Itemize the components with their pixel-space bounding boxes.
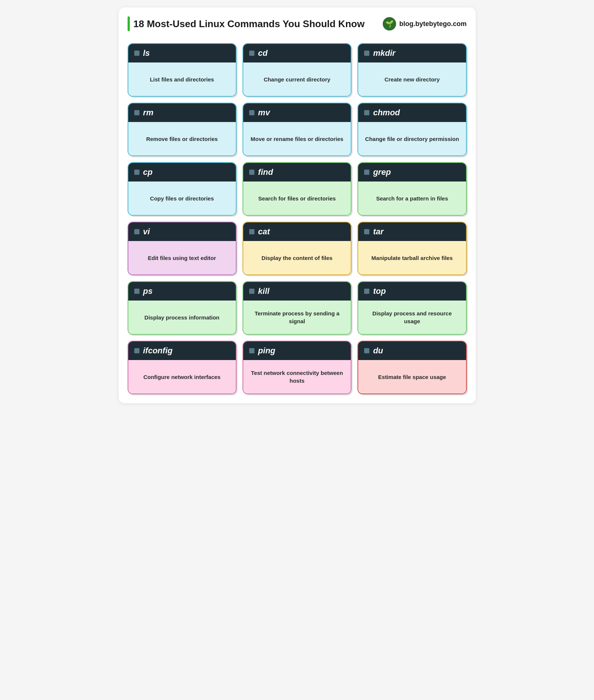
command-description: Move or rename files or directories <box>251 135 343 143</box>
terminal-icon <box>364 348 369 353</box>
command-label: ps <box>143 286 153 296</box>
command-label: kill <box>258 286 270 296</box>
card-body-ifconfig: Configure network interfaces <box>128 360 236 394</box>
command-label: mkdir <box>373 48 395 58</box>
card-header-tar: tar <box>358 222 466 241</box>
command-label: chmod <box>373 108 400 118</box>
command-description: Display process and resource usage <box>364 309 460 325</box>
command-description: Search for a pattern in files <box>376 195 448 202</box>
terminal-icon <box>364 170 369 175</box>
command-card-cd: cd Change current directory <box>243 43 351 97</box>
command-description: Terminate process by sending a signal <box>249 309 345 325</box>
card-body-find: Search for files or directories <box>243 182 351 215</box>
command-label: tar <box>373 227 383 237</box>
command-card-chmod: chmod Change file or directory permissio… <box>357 103 466 156</box>
terminal-icon <box>134 348 139 353</box>
command-description: Edit files using text editor <box>148 254 216 262</box>
card-body-ping: Test network connectivity between hosts <box>243 360 351 394</box>
card-body-mv: Move or rename files or directories <box>243 122 351 155</box>
terminal-icon <box>134 289 139 294</box>
command-description: Create new directory <box>385 76 440 83</box>
command-card-grep: grep Search for a pattern in files <box>357 162 466 216</box>
card-header-cd: cd <box>243 44 351 62</box>
command-card-mkdir: mkdir Create new directory <box>357 43 466 97</box>
card-header-du: du <box>358 341 466 360</box>
card-header-mv: mv <box>243 103 351 122</box>
header-title-row: 18 Most-Used Linux Commands You Should K… <box>128 16 365 31</box>
command-label: cat <box>258 227 270 237</box>
command-label: ping <box>258 346 275 356</box>
card-header-ifconfig: ifconfig <box>128 341 236 360</box>
command-label: vi <box>143 227 150 237</box>
command-label: find <box>258 167 273 177</box>
page-title: 18 Most-Used Linux Commands You Should K… <box>134 18 365 30</box>
command-card-cat: cat Display the content of files <box>243 222 351 275</box>
header-accent-bar <box>128 16 130 31</box>
command-card-find: find Search for files or directories <box>243 162 351 216</box>
terminal-icon <box>249 348 254 353</box>
terminal-icon <box>364 51 369 56</box>
command-card-tar: tar Manipulate tarball archive files <box>357 222 466 275</box>
command-card-kill: kill Terminate process by sending a sign… <box>243 281 351 335</box>
terminal-icon <box>134 170 139 175</box>
terminal-icon <box>364 229 369 234</box>
terminal-icon <box>134 51 139 56</box>
card-body-rm: Remove files or directories <box>128 122 236 155</box>
card-header-chmod: chmod <box>358 103 466 122</box>
card-header-grep: grep <box>358 163 466 182</box>
command-card-ifconfig: ifconfig Configure network interfaces <box>128 341 237 394</box>
command-label: ls <box>143 48 150 58</box>
brand-label: 🌱 blog.bytebytego.com <box>383 17 466 30</box>
card-body-tar: Manipulate tarball archive files <box>358 241 466 274</box>
card-body-cp: Copy files or directories <box>128 182 236 215</box>
command-description: Test network connectivity between hosts <box>249 369 345 385</box>
command-card-ping: ping Test network connectivity between h… <box>243 341 351 394</box>
command-card-du: du Estimate file space usage <box>357 341 466 394</box>
terminal-icon <box>249 229 254 234</box>
command-description: Copy files or directories <box>150 195 214 202</box>
card-header-ls: ls <box>128 44 236 62</box>
card-header-kill: kill <box>243 282 351 301</box>
card-body-cat: Display the content of files <box>243 241 351 274</box>
command-description: Search for files or directories <box>258 195 335 202</box>
command-label: grep <box>373 167 391 177</box>
card-body-kill: Terminate process by sending a signal <box>243 301 351 334</box>
page-wrapper: 18 Most-Used Linux Commands You Should K… <box>119 7 476 403</box>
command-label: rm <box>143 108 154 118</box>
card-body-chmod: Change file or directory permission <box>358 122 466 155</box>
header: 18 Most-Used Linux Commands You Should K… <box>128 16 467 34</box>
terminal-icon <box>364 289 369 294</box>
card-header-find: find <box>243 163 351 182</box>
brand-icon: 🌱 <box>383 17 396 30</box>
command-card-mv: mv Move or rename files or directories <box>243 103 351 156</box>
command-description: Change current directory <box>264 76 330 83</box>
card-header-ps: ps <box>128 282 236 301</box>
command-description: List files and directories <box>150 76 214 83</box>
command-description: Display the content of files <box>261 254 333 262</box>
commands-grid: ls List files and directories cd Change … <box>128 43 467 394</box>
terminal-icon <box>134 110 139 115</box>
card-body-grep: Search for a pattern in files <box>358 182 466 215</box>
card-header-vi: vi <box>128 222 236 241</box>
command-description: Manipulate tarball archive files <box>372 254 453 262</box>
command-description: Change file or directory permission <box>365 135 459 143</box>
command-card-rm: rm Remove files or directories <box>128 103 237 156</box>
command-description: Remove files or directories <box>146 135 218 143</box>
card-body-ps: Display process information <box>128 301 236 334</box>
command-card-ps: ps Display process information <box>128 281 237 335</box>
command-label: du <box>373 346 383 356</box>
card-header-cat: cat <box>243 222 351 241</box>
card-header-cp: cp <box>128 163 236 182</box>
terminal-icon <box>134 229 139 234</box>
card-header-top: top <box>358 282 466 301</box>
command-description: Estimate file space usage <box>378 373 446 381</box>
command-description: Configure network interfaces <box>143 373 221 381</box>
command-label: top <box>373 286 386 296</box>
card-body-du: Estimate file space usage <box>358 360 466 394</box>
card-body-ls: List files and directories <box>128 62 236 96</box>
terminal-icon <box>249 289 254 294</box>
command-label: ifconfig <box>143 346 173 356</box>
command-description: Display process information <box>144 314 219 321</box>
card-body-cd: Change current directory <box>243 62 351 96</box>
command-label: mv <box>258 108 270 118</box>
